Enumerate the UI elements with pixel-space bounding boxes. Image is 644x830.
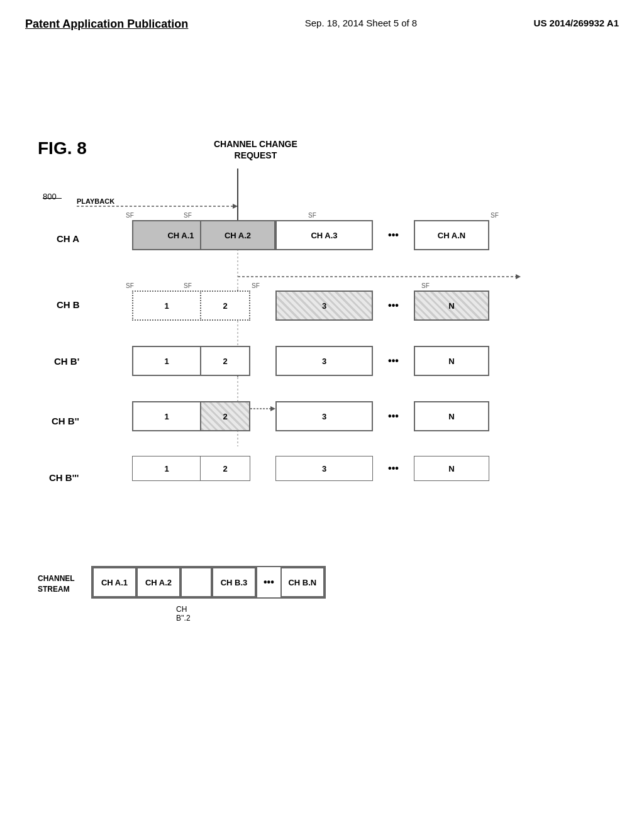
- svg-text:SF: SF: [421, 282, 430, 289]
- svg-text:SF: SF: [491, 212, 499, 219]
- page-header: Patent Application Publication Sep. 18, …: [0, 0, 644, 31]
- chbp3-box: 3: [275, 346, 373, 376]
- stream-cha2: CH A.2: [136, 567, 180, 597]
- svg-text:SF: SF: [184, 212, 192, 219]
- chbppp1-box: 1: [132, 456, 201, 481]
- cha2-box: CH A.2: [200, 220, 275, 250]
- publication-date-sheet: Sep. 18, 2014 Sheet 5 of 8: [305, 18, 417, 28]
- stream-cha1: CH A.1: [92, 567, 136, 597]
- svg-text:CH A: CH A: [57, 233, 79, 244]
- stream-empty: [180, 567, 212, 597]
- chb1-box: 1: [132, 290, 201, 321]
- svg-marker-11: [516, 274, 521, 279]
- channel-stream-label: CHANNELSTREAM: [38, 573, 75, 595]
- svg-marker-24: [270, 406, 275, 411]
- chbpn-box: N: [414, 346, 489, 376]
- cha3-box: CH A.3: [275, 220, 373, 250]
- svg-marker-1: [233, 204, 238, 209]
- chbpp-dots: •••: [376, 401, 411, 431]
- chbp2-box: 2: [200, 346, 250, 376]
- svg-text:SF: SF: [126, 212, 134, 219]
- chbppp2-box: 2: [200, 456, 250, 481]
- chbppn-box: N: [414, 401, 489, 431]
- svg-text:SF: SF: [252, 282, 260, 289]
- svg-text:CH B'': CH B'': [52, 416, 79, 426]
- chbppp3-box: 3: [275, 456, 373, 481]
- chb2-box: 2: [200, 290, 250, 321]
- chan-box: CH A.N: [414, 220, 489, 250]
- chbp1-box: 1: [132, 346, 201, 376]
- chb3-box: 3: [275, 290, 373, 321]
- chbpp1-box: 1: [132, 401, 201, 431]
- chb-dots: •••: [376, 290, 411, 321]
- stream-chb3: CH B.3: [212, 567, 256, 597]
- chbn-box: N: [414, 290, 489, 321]
- svg-text:SF: SF: [184, 282, 192, 289]
- stream-container: CH A.1 CH A.2 CH B.3 ••• CH B.N: [91, 566, 326, 599]
- svg-text:SF: SF: [126, 282, 134, 289]
- svg-text:SF: SF: [308, 212, 316, 219]
- chbppp-dots: •••: [376, 456, 411, 481]
- publication-title: Patent Application Publication: [25, 18, 188, 31]
- chbp-dots: •••: [376, 346, 411, 376]
- diagram-area: FIG. 8 CHANNEL CHANGE REQUEST 800 PLAYBA…: [38, 138, 604, 641]
- chbpppn-box: N: [414, 456, 489, 481]
- svg-text:CH B: CH B: [57, 299, 80, 310]
- svg-text:CH B': CH B': [54, 356, 79, 367]
- publication-number: US 2014/269932 A1: [534, 18, 619, 28]
- cha-dots: •••: [376, 220, 411, 250]
- stream-chbn: CH B.N: [280, 567, 325, 597]
- svg-text:PLAYBACK: PLAYBACK: [77, 197, 114, 205]
- chbpp3-box: 3: [275, 401, 373, 431]
- chbpp2-stream-label: CH B''.2: [176, 605, 191, 622]
- svg-text:CH B''': CH B''': [49, 472, 79, 483]
- chbpp2-box: 2: [200, 401, 250, 431]
- stream-dots: •••: [256, 567, 280, 597]
